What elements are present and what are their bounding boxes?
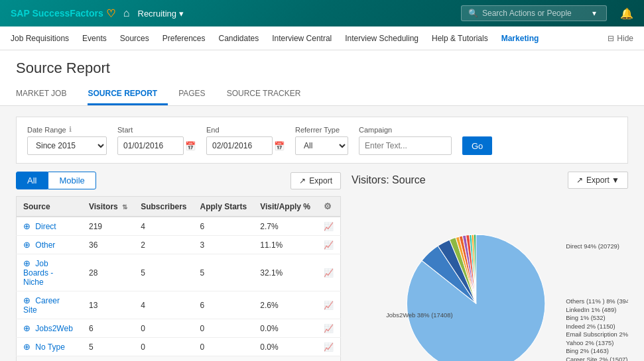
table-filter-icon[interactable]: ⚙ [324,201,332,211]
apply-starts-cell: 0 [194,319,254,338]
expand-icon[interactable]: ⊕ [23,295,31,305]
row-graph-icon[interactable]: 📈 [324,342,334,352]
visitors-cell: 5 [82,338,134,356]
expand-icon[interactable]: ⊕ [23,221,31,231]
secondary-navigation: Job Requisitions Events Sources Preferen… [0,26,644,50]
label-direct: Direct 94% (20729) [566,243,619,250]
subscribers-cell: 4 [134,291,193,319]
secnav-job-requisitions[interactable]: Job Requisitions [11,27,69,50]
chart-export-button[interactable]: ↗ Export ▼ [568,172,628,189]
secnav-interview-central[interactable]: Interview Central [272,27,332,50]
visitors-cell: 6 [82,319,134,338]
hide-nav-button[interactable]: ⊟ Hide [608,34,633,43]
home-icon[interactable]: ⌂ [123,7,130,19]
tab-source-tracker[interactable]: SOURCE TRACKER [227,83,312,105]
filter-bar: Date Range ℹ Since 2015 Start 📅 End 📅 Re… [16,117,628,164]
expand-icon[interactable]: ⊕ [23,342,31,352]
expand-icon[interactable]: ⊕ [23,240,31,250]
apply-starts-cell: 3 [194,236,254,254]
source-link[interactable]: Jobs2Web [35,324,72,333]
secnav-marketing[interactable]: Marketing [501,27,539,50]
module-selector[interactable]: Recruiting ▾ [138,9,184,19]
source-table: Source Visitors ⇅ Subscribers Apply Star… [16,196,341,361]
row-graph-icon[interactable]: 📈 [324,240,334,250]
end-date-input[interactable] [206,136,273,155]
secnav-sources[interactable]: Sources [120,27,149,50]
source-link[interactable]: No Type [35,342,64,352]
campaign-input[interactable] [359,136,452,155]
expand-icon[interactable]: ⊕ [23,323,31,333]
subscribers-cell: 4 [134,217,193,236]
graph-cell: 📈 [317,254,341,291]
totals-row: Totals 306 15 23 7.5% [17,356,341,362]
visitors-cell: 36 [82,236,134,254]
row-graph-icon[interactable]: 📈 [324,301,334,310]
date-range-select[interactable]: Since 2015 [27,136,107,155]
row-graph-icon[interactable]: 📈 [324,324,334,333]
source-link[interactable]: Direct [35,222,56,231]
go-button[interactable]: Go [462,136,492,155]
subscribers-cell: 0 [134,319,193,338]
expand-icon[interactable]: ⊕ [23,258,31,268]
apply-starts-cell: 6 [194,291,254,319]
col-source: Source [17,197,82,217]
chart-export-label: Export ▼ [586,176,619,185]
end-date-group: End 📅 [206,126,285,155]
totals-label: Totals [17,356,82,362]
calendar-icon[interactable]: 📅 [185,141,196,151]
graph-cell: 📈 [317,338,341,356]
row-graph-icon[interactable]: 📈 [324,268,334,278]
hide-label: Hide [617,34,633,43]
secnav-candidates[interactable]: Candidates [218,27,259,50]
secnav-interview-scheduling[interactable]: Interview Scheduling [345,27,419,50]
source-link[interactable]: Other [35,240,55,250]
visitors-cell: 13 [82,291,134,319]
module-chevron-icon: ▾ [179,9,184,19]
notification-bell-icon[interactable]: 🔔 [620,7,633,20]
mobile-toggle-button[interactable]: Mobile [48,172,96,189]
brand-heart-icon: ♡ [106,7,115,20]
visitors-sort-icon[interactable]: ⇅ [122,203,127,211]
visitors-cell: 219 [82,217,134,236]
visit-apply-cell: 0.0% [253,319,317,338]
end-calendar-icon[interactable]: 📅 [274,141,285,151]
referrer-type-group: Referrer Type All [295,126,348,155]
source-cell: ⊕ Other [17,236,82,254]
label-email: Email Subscription 2% (1301) [566,331,628,338]
secnav-preferences[interactable]: Preferences [162,27,206,50]
secnav-help[interactable]: Help & Tutorials [432,27,488,50]
main-content: Date Range ℹ Since 2015 Start 📅 End 📅 Re… [0,106,644,361]
start-date-input[interactable] [117,136,184,155]
start-label: Start [117,126,196,134]
source-cell: ⊕ Direct [17,217,82,236]
visit-apply-cell: 11.1% [253,236,317,254]
search-input[interactable] [482,9,588,18]
date-range-group: Date Range ℹ Since 2015 [27,125,107,155]
col-apply-starts: Apply Starts [194,197,254,217]
visitors-cell: 28 [82,254,134,291]
end-label: End [206,126,285,134]
chart-title: Visitors: Source [352,174,426,186]
tab-pages[interactable]: PAGES [178,83,216,105]
visit-apply-cell: 2.7% [253,217,317,236]
tab-source-report[interactable]: SOURCE REPORT [88,83,168,105]
date-range-label: Date Range ℹ [27,125,107,134]
referrer-select[interactable]: All [295,136,348,155]
col-actions: ⚙ [317,197,341,217]
source-cell: ⊕ Job Boards - Niche [17,254,82,291]
search-chevron-icon: ▾ [592,9,596,18]
info-icon: ℹ [69,125,72,134]
label-yahoo: Yahoo 2% (1375) [566,340,613,346]
label-indeed: Indeed 2% (1150) [566,323,615,330]
graph-cell: 📈 [317,217,341,236]
left-export-button[interactable]: ↗ Export [290,172,341,189]
secnav-events[interactable]: Events [82,27,107,50]
export-icon: ↗ [299,176,306,185]
table-row: ⊕ Career Site 13 4 6 2.6% 📈 [17,291,341,319]
row-graph-icon[interactable]: 📈 [324,222,334,231]
page-tabs: MARKET JOB SOURCE REPORT PAGES SOURCE TR… [16,83,628,105]
all-toggle-button[interactable]: All [16,172,48,189]
global-search[interactable]: 🔍 ▾ [461,5,607,21]
tab-market-job[interactable]: MARKET JOB [16,83,77,105]
apply-starts-cell: 6 [194,217,254,236]
